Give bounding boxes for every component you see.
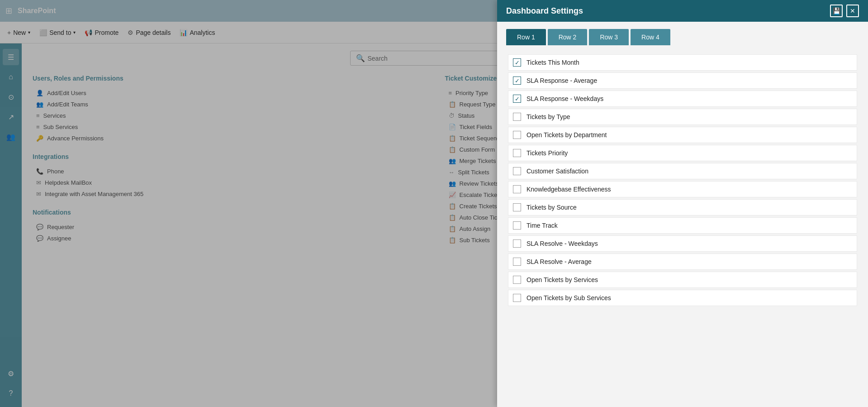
checkbox-box-5[interactable] (513, 149, 521, 157)
checkbox-box-7[interactable] (513, 185, 521, 193)
checkbox-label-10: SLA Resolve - Weekdays (526, 240, 598, 247)
checkbox-box-10[interactable] (513, 239, 521, 248)
checkbox-label-0: Tickets This Month (526, 59, 579, 66)
checkbox-box-1[interactable]: ✓ (513, 77, 521, 85)
checkbox-label-1: SLA Response - Average (526, 77, 597, 84)
checkbox-box-8[interactable] (513, 203, 521, 211)
checkbox-box-2[interactable]: ✓ (513, 95, 521, 103)
checkbox-label-7: Knowledgebase Effectiveness (526, 186, 611, 193)
modal-close-button[interactable]: ✕ (846, 5, 859, 17)
checkbox-item[interactable]: Open Tickets by Sub Services (508, 290, 857, 306)
save-icon: 💾 (833, 7, 840, 14)
checkbox-item[interactable]: Customer Satisfaction (508, 163, 857, 179)
checkbox-label-9: Time Track (526, 222, 558, 229)
checkbox-box-13[interactable] (513, 294, 521, 302)
checkbox-item[interactable]: ✓ SLA Response - Average (508, 72, 857, 89)
tab-row2[interactable]: Row 2 (548, 29, 588, 45)
checkbox-item[interactable]: Open Tickets by Services (508, 272, 857, 288)
modal-title: Dashboard Settings (506, 6, 583, 16)
checkbox-label-5: Tickets Priority (526, 149, 568, 157)
checkbox-box-0[interactable]: ✓ (513, 58, 521, 67)
tab-row4[interactable]: Row 4 (631, 29, 670, 45)
checkbox-item[interactable]: ✓ SLA Response - Weekdays (508, 91, 857, 107)
checkbox-label-6: Customer Satisfaction (526, 168, 588, 175)
checkbox-item[interactable]: Time Track (508, 217, 857, 234)
checkbox-label-3: Tickets by Type (526, 113, 570, 120)
checkbox-box-6[interactable] (513, 167, 521, 175)
checkbox-label-12: Open Tickets by Services (526, 276, 598, 283)
modal-save-button[interactable]: 💾 (830, 5, 843, 17)
checkbox-box-11[interactable] (513, 258, 521, 266)
modal-content: ✓ Tickets This Month ✓ SLA Response - Av… (497, 45, 868, 407)
checkbox-box-3[interactable] (513, 113, 521, 121)
modal-overlay: Dashboard Settings 💾 ✕ Row 1 Row 2 Row 3… (0, 0, 868, 407)
checkbox-label-8: Tickets by Source (526, 204, 577, 211)
checkbox-label-13: Open Tickets by Sub Services (526, 294, 611, 302)
modal-header-actions: 💾 ✕ (830, 5, 859, 17)
modal-tabs: Row 1 Row 2 Row 3 Row 4 (497, 22, 868, 45)
tab-row1[interactable]: Row 1 (506, 29, 546, 45)
checkbox-label-4: Open Tickets by Department (526, 131, 607, 139)
checkbox-item[interactable]: SLA Resolve - Weekdays (508, 235, 857, 252)
modal-header: Dashboard Settings 💾 ✕ (497, 0, 868, 22)
tab-row3[interactable]: Row 3 (589, 29, 629, 45)
checkbox-item[interactable]: Knowledgebase Effectiveness (508, 181, 857, 197)
checkbox-item[interactable]: Open Tickets by Department (508, 127, 857, 143)
close-icon: ✕ (850, 7, 855, 14)
checkbox-box-9[interactable] (513, 221, 521, 230)
checkbox-list: ✓ Tickets This Month ✓ SLA Response - Av… (508, 54, 857, 307)
checkbox-box-4[interactable] (513, 131, 521, 139)
checkbox-label-2: SLA Response - Weekdays (526, 95, 603, 102)
dashboard-settings-modal: Dashboard Settings 💾 ✕ Row 1 Row 2 Row 3… (497, 0, 868, 407)
checkbox-item[interactable]: ✓ Tickets This Month (508, 54, 857, 71)
checkbox-item[interactable]: Tickets Priority (508, 145, 857, 161)
checkbox-item[interactable]: Tickets by Type (508, 109, 857, 125)
checkbox-box-12[interactable] (513, 276, 521, 284)
checkbox-item[interactable]: SLA Resolve - Average (508, 254, 857, 270)
checkbox-label-11: SLA Resolve - Average (526, 258, 592, 265)
checkbox-item[interactable]: Tickets by Source (508, 199, 857, 215)
